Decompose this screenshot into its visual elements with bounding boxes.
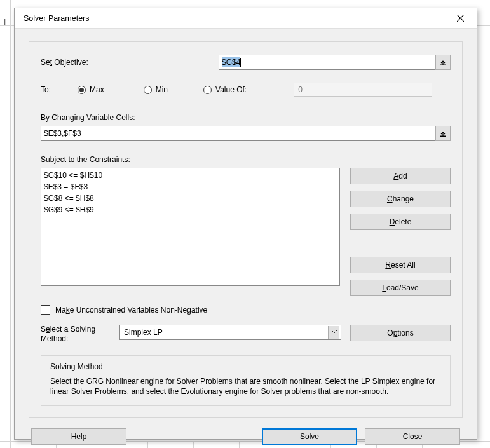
constraint-item[interactable]: $E$3 = $F$3 <box>44 181 337 193</box>
to-label: To: <box>41 85 78 94</box>
svg-rect-0 <box>440 65 446 66</box>
svg-rect-1 <box>440 136 446 137</box>
constraint-item[interactable]: $G$10 <= $H$10 <box>44 170 337 181</box>
reset-all-button[interactable]: Reset All <box>350 257 451 273</box>
objective-input[interactable]: $G$4 <box>219 55 436 70</box>
options-button[interactable]: Options <box>350 325 451 341</box>
valueof-input[interactable]: 0 <box>294 83 432 97</box>
delete-button[interactable]: Delete <box>350 214 451 230</box>
constraints-listbox[interactable]: $G$10 <= $H$10 $E$3 = $F$3 $G$8 <= $H$8 … <box>41 168 340 286</box>
load-save-button[interactable]: Load/Save <box>350 280 451 296</box>
changing-cells-range-button[interactable] <box>435 126 451 141</box>
method-heading: Solving Method <box>50 362 441 371</box>
changing-cells-input[interactable] <box>41 126 436 141</box>
radio-min[interactable]: Min <box>144 85 168 94</box>
set-objective-label: Set Objective: <box>41 58 219 67</box>
chevron-down-icon <box>332 330 337 334</box>
close-dialog-button[interactable]: Close <box>365 428 460 445</box>
constraint-item[interactable]: $G$8 <= $H$8 <box>44 193 337 204</box>
unconstrained-checkbox[interactable] <box>41 305 50 315</box>
method-body: Select the GRG Nonlinear engine for Solv… <box>50 376 441 397</box>
by-changing-label: By Changing Variable Cells: <box>41 113 451 122</box>
solve-button[interactable]: Solve <box>262 428 357 445</box>
collapse-icon <box>439 58 447 66</box>
select-method-label: Select a Solving Method: <box>41 325 111 344</box>
dialog-title: Solver Parameters <box>24 14 90 23</box>
help-button[interactable]: Help <box>31 428 126 445</box>
add-button[interactable]: Add <box>350 168 451 184</box>
radio-max-label: Max <box>90 85 104 94</box>
collapse-icon <box>439 130 447 137</box>
unconstrained-label: Make Unconstrained Variables Non-Negativ… <box>55 306 207 315</box>
method-description-box: Solving Method Select the GRG Nonlinear … <box>41 355 451 406</box>
constraint-item[interactable]: $G$9 <= $H$9 <box>44 204 337 215</box>
radio-valueof-label: Value Of: <box>215 85 247 94</box>
dropdown-arrow <box>328 326 339 339</box>
change-button[interactable]: Change <box>350 191 451 207</box>
main-groupbox: Set Objective: $G$4 To: Max Min <box>29 41 463 418</box>
close-button[interactable] <box>447 10 473 27</box>
solver-dialog: Solver Parameters Set Objective: $G$4 To… <box>14 8 477 440</box>
titlebar: Solver Parameters <box>15 8 477 29</box>
objective-range-button[interactable] <box>435 55 451 70</box>
radio-valueof[interactable]: Value Of: <box>203 85 247 94</box>
solving-method-value: Simplex LP <box>124 328 163 337</box>
constraints-label: Subject to the Constraints: <box>41 155 451 164</box>
solving-method-select[interactable]: Simplex LP <box>119 325 341 340</box>
radio-max[interactable]: Max <box>78 85 104 94</box>
radio-min-label: Min <box>156 85 168 94</box>
close-icon <box>457 15 464 22</box>
